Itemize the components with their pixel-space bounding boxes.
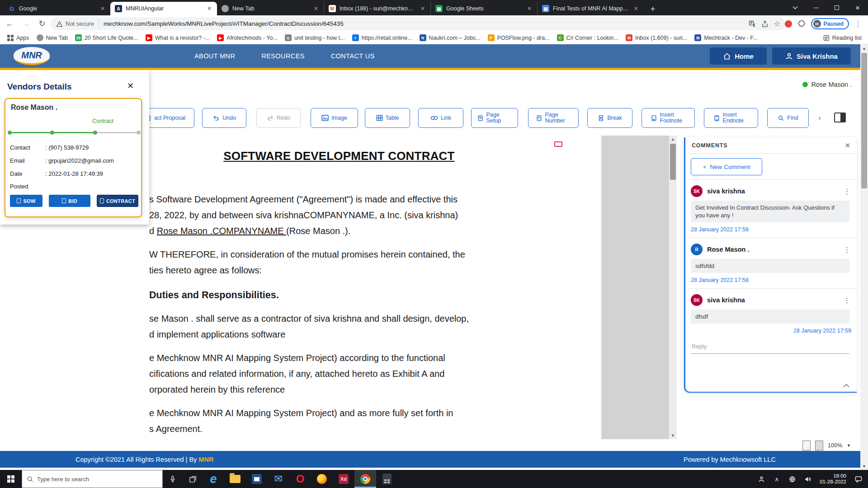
- microphone-icon[interactable]: [163, 470, 183, 488]
- bookmark-star-icon[interactable]: ☆: [774, 19, 780, 28]
- taskbar-opera-icon[interactable]: O: [289, 470, 311, 488]
- extensions-puzzle-icon[interactable]: [797, 20, 806, 28]
- insert-image-button[interactable]: Image: [311, 108, 358, 128]
- taskbar-chrome-icon[interactable]: [354, 470, 376, 488]
- tab-close-icon[interactable]: ✕: [526, 5, 533, 12]
- taskbar-search-box[interactable]: [22, 470, 163, 488]
- tab-search-chevron-icon[interactable]: [785, 0, 806, 15]
- new-tab-button[interactable]: +: [646, 3, 659, 15]
- taskbar-design-app-icon[interactable]: Xd: [333, 470, 354, 488]
- footer-brand[interactable]: MNR: [198, 456, 213, 463]
- comment-menu-icon[interactable]: ⋮: [842, 245, 852, 254]
- translate-icon[interactable]: [749, 20, 756, 28]
- taskbar-mail-icon[interactable]: ✉: [268, 470, 289, 488]
- bid-button[interactable]: BID: [49, 195, 90, 207]
- reply-input[interactable]: [691, 341, 849, 354]
- bookmark-item[interactable]: M Mechtrack - Dev - F...: [694, 34, 758, 41]
- toolbar-overflow-chevron-icon[interactable]: ›: [814, 112, 826, 124]
- extension-icon[interactable]: [785, 20, 792, 28]
- home-button[interactable]: Home: [710, 47, 767, 65]
- taskbar-edge-icon[interactable]: e: [203, 470, 224, 488]
- taskbar-calculator-icon[interactable]: [376, 470, 398, 488]
- browser-scrollbar-thumb[interactable]: [861, 53, 867, 188]
- nav-contact-us[interactable]: CONTACT US: [331, 52, 375, 60]
- nav-about-mnr[interactable]: ABOUT MNR: [194, 52, 235, 60]
- side-panel-toggle-icon[interactable]: [834, 113, 846, 122]
- taskbar-store-icon[interactable]: [246, 470, 268, 488]
- profile-paused-badge[interactable]: Paused: [811, 18, 849, 29]
- bookmark-item[interactable]: C C# Corner : Lookin...: [557, 34, 618, 41]
- forward-icon[interactable]: →: [19, 17, 33, 30]
- maximize-button[interactable]: [826, 0, 847, 15]
- bookmark-item[interactable]: P POSFlow.png - dra...: [488, 34, 550, 41]
- mnr-logo[interactable]: MNR: [14, 47, 50, 65]
- scroll-down-icon[interactable]: ▼: [860, 462, 868, 470]
- user-menu-button[interactable]: Siva Krishna: [772, 47, 851, 65]
- tab-google[interactable]: G Google ✕: [4, 2, 110, 15]
- insert-table-button[interactable]: Table: [365, 108, 410, 128]
- tab-close-icon[interactable]: ✕: [420, 5, 426, 12]
- find-button[interactable]: Find: [767, 108, 809, 128]
- tab-close-icon[interactable]: ✕: [633, 5, 639, 12]
- annotation-marker-icon[interactable]: [554, 141, 562, 147]
- scroll-down-icon[interactable]: ▼: [669, 432, 677, 439]
- network-icon[interactable]: [785, 470, 799, 488]
- bookmark-apps[interactable]: Apps: [7, 35, 29, 41]
- insert-link-button[interactable]: Link: [418, 108, 463, 128]
- taskbar-firefox-icon[interactable]: [311, 470, 333, 488]
- browser-menu-icon[interactable]: ⋮: [854, 19, 862, 28]
- vendor-stage-progress[interactable]: [5, 129, 143, 136]
- bookmark-item[interactable]: N Naukri.com – Jobs...: [420, 34, 481, 41]
- taskbar-file-explorer-icon[interactable]: [224, 470, 246, 488]
- bookmark-item[interactable]: ▶ What is a resistor? -...: [146, 34, 210, 41]
- reading-list-button[interactable]: Reading list: [823, 35, 862, 41]
- redo-button[interactable]: Redo: [256, 108, 301, 128]
- bookmark-item[interactable]: 20 20 Short Life Quote...: [75, 34, 138, 41]
- tab-gmail-inbox[interactable]: M Inbox (188) - suri@mechknowso ✕: [324, 2, 430, 15]
- scroll-up-icon[interactable]: ▲: [860, 44, 868, 52]
- document-scrollbar[interactable]: ▲ ▼: [669, 136, 677, 439]
- share-icon[interactable]: [761, 20, 769, 28]
- comments-close-icon[interactable]: ✕: [844, 141, 850, 150]
- comment-menu-icon[interactable]: ⋮: [842, 296, 852, 305]
- close-window-button[interactable]: ✕: [847, 0, 868, 15]
- volume-icon[interactable]: [801, 470, 814, 488]
- bookmark-item[interactable]: u unit testing - how t...: [285, 34, 345, 41]
- scroll-up-icon[interactable]: ▲: [669, 136, 677, 143]
- insert-endnote-button[interactable]: Insert Endnote: [704, 108, 758, 128]
- new-comment-button[interactable]: + New Comment: [691, 158, 762, 175]
- tab-google-sheets[interactable]: ▤ Google Sheets ✕: [430, 2, 537, 15]
- bookmark-item[interactable]: ▶ Afrotechmods - Yo...: [217, 34, 278, 41]
- stage-dot-bid[interactable]: [50, 131, 54, 135]
- taskbar-clock[interactable]: 18:00 01-28-2022: [816, 473, 850, 485]
- back-icon[interactable]: ←: [3, 17, 16, 30]
- stage-dot-sow[interactable]: [8, 131, 12, 135]
- action-center-icon[interactable]: [852, 470, 865, 488]
- sow-button[interactable]: SOW: [10, 195, 42, 207]
- insert-break-button[interactable]: Break: [587, 108, 632, 128]
- url-text[interactable]: mechknow.com/SampleWorks/MNRLiveProject/…: [104, 20, 744, 27]
- insert-footnote-button[interactable]: Insert Footnote: [642, 108, 695, 128]
- page-number-button[interactable]: Page Number: [528, 108, 579, 128]
- tab-close-icon[interactable]: ✕: [99, 5, 106, 12]
- omnibox[interactable]: Not secure mechknow.com/SampleWorks/MNRL…: [51, 17, 786, 30]
- document-scrollbar-thumb[interactable]: [670, 144, 676, 180]
- print-layout-icon[interactable]: [802, 441, 811, 450]
- stage-dot-final[interactable]: [137, 131, 141, 135]
- reload-icon[interactable]: ↻: [35, 17, 49, 30]
- undo-button[interactable]: Undo: [202, 108, 246, 128]
- tab-new-tab[interactable]: New Tab ✕: [217, 2, 324, 15]
- taskbar-search-input[interactable]: [37, 476, 146, 483]
- tray-expand-chevron-icon[interactable]: ∧: [770, 470, 783, 488]
- people-icon[interactable]: [755, 470, 768, 488]
- start-button[interactable]: [0, 470, 22, 488]
- contract-button[interactable]: CONTRACT: [97, 195, 138, 207]
- bookmark-item[interactable]: M Inbox (1,609) - suri...: [626, 34, 687, 41]
- bookmark-item[interactable]: r https://retail.online...: [352, 34, 412, 41]
- minimize-button[interactable]: [806, 0, 826, 15]
- collapse-chevron-icon[interactable]: [843, 382, 849, 389]
- zoom-dropdown-caret-icon[interactable]: ▼: [847, 443, 851, 448]
- task-view-icon[interactable]: [183, 470, 203, 488]
- page-setup-button[interactable]: Page Setup: [471, 108, 518, 128]
- tab-final-tests-doc[interactable]: ▤ Final Tests of MNR AI Mapping S ✕: [537, 2, 644, 15]
